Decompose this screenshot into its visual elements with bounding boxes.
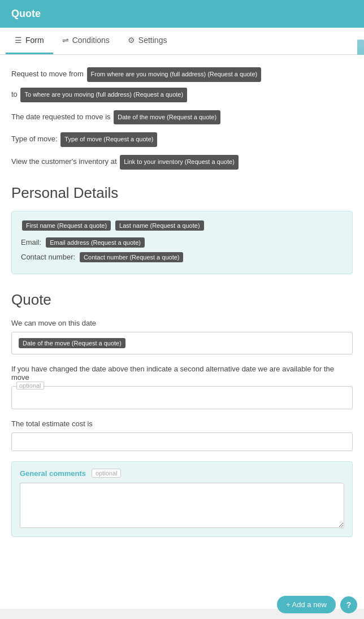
help-button[interactable]: ?	[340, 596, 357, 613]
tabs-bar: ☰ Form ⇌ Conditions ⚙ Settings	[0, 28, 364, 55]
help-icon: ?	[346, 600, 352, 609]
tag-inventory-link: Link to your inventory (Request a quote)	[120, 155, 239, 170]
general-comments-label: General comments	[20, 469, 86, 478]
tag-lastname: Last name (Request a quote)	[115, 220, 203, 231]
main-content: Request to move from From where are you …	[0, 55, 364, 609]
move-date-group: We can move on this date Date of the mov…	[11, 319, 353, 354]
tag-firstname: First name (Request a quote)	[22, 220, 111, 231]
personal-details-contact-row: Contact number: Contact number (Request …	[21, 251, 343, 263]
estimate-cost-label: The total estimate cost is	[11, 419, 353, 428]
tab-form-label: Form	[25, 36, 44, 45]
settings-icon: ⚙	[128, 36, 135, 45]
request-inventory-line: View the customer's inventory at Link to…	[11, 154, 353, 171]
general-comments-box: General comments optional	[11, 461, 353, 537]
bottom-bar: + Add a new ?	[270, 590, 364, 619]
tag-move-date: Date of the move (Request a quote)	[114, 110, 220, 125]
alt-date-input[interactable]	[12, 392, 352, 409]
request-type-line: Type of move: Type of move (Request a qu…	[11, 131, 353, 148]
personal-details-email-row: Email: Email address (Request a quote)	[21, 236, 343, 249]
tab-settings[interactable]: ⚙ Settings	[119, 28, 176, 54]
request-date-line: The date requested to move is Date of th…	[11, 109, 353, 126]
app-container: Quote ☰ Form ⇌ Conditions ⚙ Settings Req…	[0, 0, 364, 619]
conditions-icon: ⇌	[62, 36, 69, 45]
move-date-input[interactable]: Date of the move (Request a quote)	[11, 332, 353, 354]
add-new-button[interactable]: + Add a new	[277, 596, 336, 613]
email-label: Email:	[21, 238, 41, 246]
tag-to-address: To where are you moving (full address) (…	[20, 88, 187, 102]
tab-form[interactable]: ☰ Form	[6, 28, 53, 54]
add-new-label: + Add a new	[286, 600, 327, 609]
comments-optional-label: optional	[92, 469, 122, 478]
request-move-line1b: to To where are you moving (full address…	[11, 86, 353, 103]
tab-conditions[interactable]: ⇌ Conditions	[53, 28, 119, 54]
personal-details-name-row: First name (Request a quote) Last name (…	[21, 219, 343, 232]
app-title: Quote	[11, 8, 41, 19]
general-comments-input[interactable]	[20, 483, 344, 528]
alt-date-label: If you have changed the date above then …	[11, 365, 353, 382]
estimate-cost-group: The total estimate cost is	[11, 419, 353, 451]
general-comments-header: General comments optional	[20, 469, 344, 478]
personal-details-title: Personal Details	[11, 184, 353, 202]
tag-move-date-input: Date of the move (Request a quote)	[19, 338, 125, 348]
quote-section-title: Quote	[11, 291, 353, 309]
request-move-line1: Request to move from From where are you …	[11, 66, 353, 83]
optional-top-label: optional	[16, 382, 44, 389]
form-icon: ☰	[15, 36, 22, 45]
title-bar: Quote	[0, 0, 364, 28]
move-date-label: We can move on this date	[11, 319, 353, 327]
tab-settings-label: Settings	[138, 36, 167, 45]
contact-label: Contact number:	[21, 253, 75, 261]
tag-move-type: Type of move (Request a quote)	[60, 132, 157, 147]
estimate-cost-input[interactable]	[11, 432, 353, 451]
tab-conditions-label: Conditions	[72, 36, 110, 45]
alt-date-wrapper: optional	[11, 386, 353, 409]
alt-date-group: If you have changed the date above then …	[11, 365, 353, 409]
tag-from-address: From where are you moving (full address)…	[87, 67, 262, 82]
personal-details-box: First name (Request a quote) Last name (…	[11, 211, 353, 274]
tag-contact: Contact number (Request a quote)	[80, 252, 183, 262]
tag-email: Email address (Request a quote)	[46, 237, 145, 248]
